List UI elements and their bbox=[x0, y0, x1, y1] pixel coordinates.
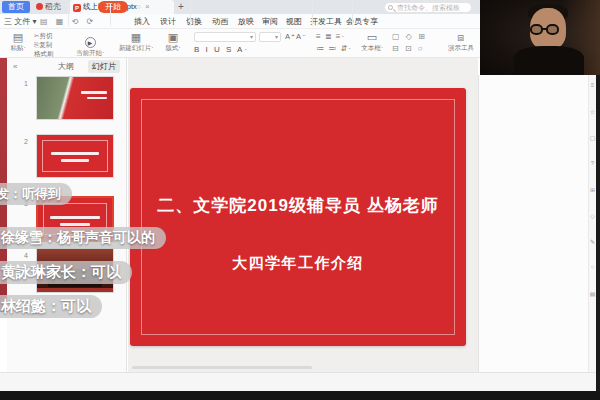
sidebar-icon-star[interactable]: ☆ bbox=[589, 108, 596, 115]
webcam-video-overlay bbox=[480, 0, 600, 75]
tab-transition[interactable]: 切换 bbox=[186, 14, 202, 29]
textbox-icon: ▭ bbox=[356, 31, 388, 44]
horizontal-scrollbar[interactable] bbox=[132, 366, 312, 369]
tab-review[interactable]: 审阅 bbox=[262, 14, 278, 29]
paste-button[interactable]: ▤ 粘贴· bbox=[6, 31, 30, 52]
right-sidebar-strip bbox=[588, 75, 596, 372]
align-buttons-row1[interactable]: ≡ ≣ ≡· bbox=[316, 32, 345, 41]
sync-icon: ○ bbox=[137, 3, 141, 10]
sidebar-icon-comment[interactable]: ▢ bbox=[589, 134, 596, 141]
chat-message: 徐缘雪：杨哥声音可以的 bbox=[0, 227, 166, 249]
play-from-current-button[interactable]: ▶ 当前开始· bbox=[72, 31, 108, 57]
docer-icon bbox=[36, 3, 43, 10]
thumbnail-1-photo bbox=[37, 77, 113, 119]
sidebar-icon-shape[interactable]: ◇ bbox=[589, 212, 596, 219]
search-input[interactable]: 查找命令、搜索模板 bbox=[384, 2, 472, 13]
chat-message: 林绍懿：可以 bbox=[0, 295, 102, 318]
sidebar-icon-properties[interactable]: ≡ bbox=[589, 82, 596, 88]
new-tab-button[interactable]: + bbox=[178, 0, 184, 14]
slide-thumbnail-1[interactable] bbox=[36, 76, 114, 120]
person-body bbox=[514, 46, 584, 75]
tab-slides[interactable]: 幻灯片 bbox=[88, 60, 120, 73]
align-buttons-row2[interactable]: ≔ ≕ ⇵· bbox=[316, 44, 352, 53]
tab-animation[interactable]: 动画 bbox=[212, 14, 228, 29]
font-family-select[interactable]: ▾ bbox=[194, 32, 256, 42]
tab-outline[interactable]: 大纲 bbox=[58, 61, 74, 72]
sidebar-icon-help[interactable]: ? bbox=[589, 160, 596, 166]
ppt-file-icon: P bbox=[73, 4, 81, 12]
format-painter-button[interactable]: 格式刷 bbox=[34, 49, 54, 58]
sidebar-icon-doc[interactable]: ▤ bbox=[589, 290, 596, 297]
object-properties-panel bbox=[478, 75, 588, 372]
paste-icon: ▤ bbox=[6, 31, 30, 44]
layout-icon: ▣ bbox=[160, 31, 186, 44]
tab-view[interactable]: 视图 bbox=[286, 14, 302, 29]
font-size-select[interactable]: ▾ bbox=[259, 32, 281, 42]
textbox-button[interactable]: ▭ 文本框· bbox=[356, 31, 388, 52]
screen-letterbox-right bbox=[596, 75, 600, 391]
tab-slideshow[interactable]: 放映 bbox=[238, 14, 254, 29]
new-slide-button[interactable]: ▦ 新建幻灯片· bbox=[114, 31, 158, 52]
tab-design[interactable]: 设计 bbox=[160, 14, 176, 29]
thumbnail-2-frame bbox=[42, 140, 108, 172]
chat-message: 黄詠琳家长：可以 bbox=[0, 261, 132, 284]
slide-title-line1: 二、文学院2019级辅导员 丛杨老师 bbox=[130, 194, 466, 217]
close-tab-icon[interactable]: × bbox=[145, 2, 150, 11]
screen-letterbox-bottom bbox=[0, 391, 600, 400]
layout-button[interactable]: ▣ 版式· bbox=[160, 31, 186, 52]
tab-insert[interactable]: 插入 bbox=[134, 14, 150, 29]
slide-number-4: 4 bbox=[24, 252, 28, 259]
status-bar bbox=[0, 372, 600, 391]
cut-button[interactable]: ✂剪切 bbox=[34, 31, 52, 40]
glasses-bridge bbox=[542, 28, 548, 30]
current-slide[interactable]: 二、文学院2019级辅导员 丛杨老师 大四学年工作介绍 bbox=[130, 88, 466, 346]
slide-number-2: 2 bbox=[24, 138, 28, 145]
font-format-buttons[interactable]: B І U S A· bbox=[194, 45, 249, 54]
monitor-icon: ⧈ bbox=[444, 31, 478, 44]
slide-number-1: 1 bbox=[24, 80, 28, 87]
slide-thumbnail-2[interactable] bbox=[36, 134, 114, 178]
slide-inner-frame bbox=[141, 99, 455, 335]
shape-buttons[interactable]: ▢ ◇ ⊞ bbox=[392, 32, 427, 41]
copy-button[interactable]: ⎘复制 bbox=[34, 40, 52, 49]
sidebar-icon-grid[interactable]: ⊞ bbox=[589, 186, 596, 193]
chat-message: 中发：听得到 bbox=[0, 183, 72, 205]
panel-collapse-icon[interactable]: « bbox=[13, 62, 17, 71]
home-tab[interactable]: 首页 bbox=[2, 1, 30, 13]
new-slide-icon: ▦ bbox=[114, 31, 158, 44]
file-menu[interactable]: 三 文件 ▾ bbox=[4, 14, 36, 29]
docer-tab[interactable]: 稻壳 bbox=[36, 1, 61, 13]
tab-devtools[interactable]: 开发工具 bbox=[310, 14, 342, 29]
sidebar-icon-circle[interactable]: ○ bbox=[589, 264, 596, 270]
play-icon: ▶ bbox=[85, 37, 96, 48]
tab-member[interactable]: 会员专享 bbox=[346, 14, 378, 29]
presentation-tools-button[interactable]: ⧈ 演示工具 bbox=[444, 31, 478, 52]
tab-start[interactable]: 开始 bbox=[98, 1, 128, 13]
sidebar-icon-edit[interactable]: ✎ bbox=[589, 238, 596, 245]
font-grow-shrink[interactable]: A⁺A⁻ bbox=[285, 32, 307, 41]
search-icon bbox=[388, 5, 393, 10]
slide-title-line2: 大四学年工作介绍 bbox=[130, 254, 466, 273]
arrange-buttons[interactable]: ⊟ ⊡ ○ bbox=[392, 44, 425, 53]
